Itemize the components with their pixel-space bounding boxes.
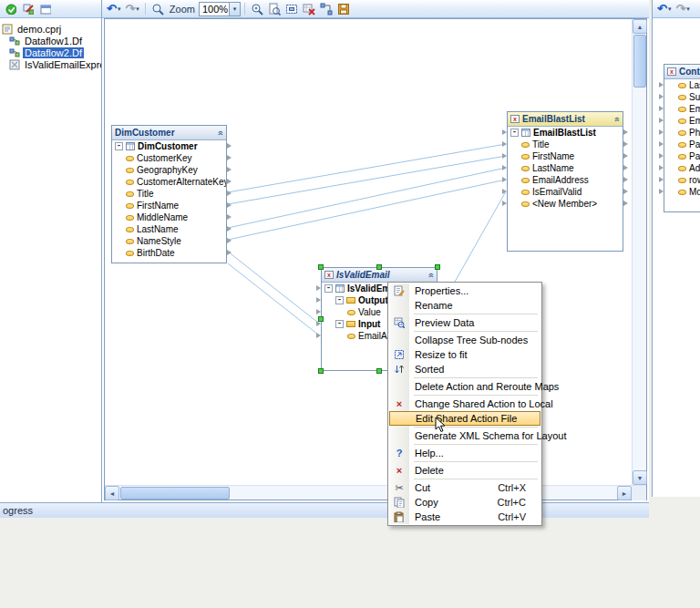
- menu-item-paste[interactable]: Paste Ctrl+V: [389, 510, 540, 524]
- connector-pin[interactable]: [227, 179, 232, 184]
- node-contact[interactable]: x Contact Last Suffi Ema Ema Pho Pass Pa…: [664, 64, 700, 212]
- field-row-new-member[interactable]: <New Member>: [508, 198, 623, 210]
- connector-pin[interactable]: [227, 250, 232, 255]
- field-row[interactable]: Pass: [664, 150, 700, 162]
- collapse-chevron-icon[interactable]: »: [612, 117, 622, 122]
- field-row[interactable]: Add: [664, 162, 700, 174]
- menu-item-delete[interactable]: × Delete: [389, 463, 540, 478]
- undo-button[interactable]: ↶▾: [655, 1, 673, 17]
- node-emailblastlist[interactable]: x EmailBlastList » -EmailBlastList Title…: [507, 111, 623, 252]
- menu-item-change-shared-to-local[interactable]: × Change Shared Action to Local: [389, 397, 540, 411]
- tree-item-project[interactable]: demo.cprj: [0, 23, 101, 35]
- field-row[interactable]: CustomerKey: [112, 152, 226, 164]
- connector-pin[interactable]: [623, 189, 628, 194]
- menu-item-copy[interactable]: Copy Ctrl+C: [389, 495, 540, 510]
- scroll-left-button[interactable]: ◄: [105, 486, 119, 500]
- field-row[interactable]: LastName: [508, 162, 623, 174]
- build-button[interactable]: [20, 1, 36, 17]
- connector-pin[interactable]: [316, 333, 321, 338]
- connector-pin[interactable]: [502, 165, 507, 170]
- menu-item-rename[interactable]: Rename: [389, 298, 540, 313]
- connector-pin[interactable]: [227, 226, 232, 232]
- connector-pin[interactable]: [623, 165, 628, 170]
- connector-pin[interactable]: [502, 201, 507, 206]
- selection-handle[interactable]: [376, 264, 382, 270]
- connector-pin[interactable]: [623, 141, 628, 147]
- selection-handle[interactable]: [318, 368, 324, 374]
- selection-handle[interactable]: [376, 368, 382, 374]
- field-row[interactable]: FirstName: [112, 200, 226, 211]
- connector-pin[interactable]: [623, 129, 628, 135]
- field-row[interactable]: Pho: [664, 127, 700, 139]
- menu-item-edit-shared-action-file[interactable]: Edit Shared Action File: [389, 411, 540, 426]
- connector-pin[interactable]: [659, 129, 664, 135]
- scrollbar-thumb[interactable]: [633, 35, 646, 88]
- schema-root-row[interactable]: -EmailBlastList: [508, 127, 623, 139]
- save-layout-button[interactable]: [335, 1, 352, 17]
- connector-pin[interactable]: [227, 202, 232, 208]
- field-row[interactable]: Mod: [664, 186, 700, 198]
- connector-pin[interactable]: [227, 191, 232, 196]
- field-row[interactable]: Suffi: [664, 91, 700, 103]
- field-row[interactable]: NameStyle: [112, 235, 226, 247]
- tree-item-dataflow2[interactable]: Dataflow2.Df: [0, 46, 101, 58]
- zoom-in-button[interactable]: [249, 1, 265, 17]
- collapse-chevron-icon[interactable]: »: [216, 130, 225, 136]
- field-row[interactable]: Title: [508, 139, 623, 150]
- field-row[interactable]: Pass: [664, 139, 700, 150]
- selection-handle[interactable]: [318, 264, 324, 270]
- fit-window-button[interactable]: [283, 1, 300, 17]
- redo-button[interactable]: ↷▾: [674, 1, 691, 17]
- field-row[interactable]: rowg: [664, 174, 700, 186]
- connector-pin[interactable]: [623, 153, 628, 159]
- menu-item-generate-xml-schema[interactable]: Generate XML Schema for Layout: [389, 428, 540, 443]
- field-row[interactable]: FirstName: [508, 150, 623, 162]
- tree-item-expression[interactable]: IsValidEmailExpression.sact: [0, 58, 101, 70]
- connector-pin[interactable]: [502, 189, 507, 194]
- connector-pin[interactable]: [227, 143, 232, 149]
- field-row[interactable]: Title: [112, 188, 226, 200]
- undo-button[interactable]: ↶▾: [105, 1, 122, 17]
- scroll-right-button[interactable]: ►: [617, 486, 632, 500]
- menu-item-collapse-tree[interactable]: Collapse Tree Sub-nodes: [389, 333, 540, 347]
- connector-pin[interactable]: [227, 167, 232, 172]
- delete-maps-button[interactable]: [301, 1, 317, 17]
- validate-button[interactable]: [3, 1, 19, 17]
- field-row[interactable]: EmailAddress: [508, 174, 623, 186]
- node-dimcustomer[interactable]: DimCustomer » -DimCustomer CustomerKey G…: [111, 125, 227, 263]
- horizontal-scrollbar[interactable]: ◄ ►: [105, 485, 646, 500]
- zoom-tool-button[interactable]: [149, 1, 166, 17]
- collapse-box-icon[interactable]: -: [335, 296, 344, 304]
- node-header[interactable]: x IsValidEmail »: [322, 268, 437, 283]
- connector-pin[interactable]: [659, 189, 664, 194]
- field-row[interactable]: Last: [664, 79, 700, 91]
- connector-pin[interactable]: [502, 153, 507, 159]
- project-tree[interactable]: demo.cprj Dataflow1.Df Dataflow2.Df IsVa…: [0, 20, 101, 502]
- chevron-down-icon[interactable]: ▾: [229, 3, 240, 15]
- node-header[interactable]: DimCustomer »: [112, 126, 226, 140]
- collapse-chevron-icon[interactable]: »: [427, 273, 436, 278]
- scrollbar-thumb[interactable]: [120, 487, 230, 500]
- window-button[interactable]: [37, 1, 54, 17]
- connector-pin[interactable]: [659, 94, 664, 99]
- design-canvas[interactable]: DimCustomer » -DimCustomer CustomerKey G…: [105, 19, 632, 485]
- field-row[interactable]: Ema: [664, 115, 700, 127]
- menu-item-properties[interactable]: Properties...: [389, 283, 540, 298]
- zoom-page-button[interactable]: [266, 1, 283, 17]
- connector-pin[interactable]: [659, 118, 664, 123]
- selection-handle[interactable]: [318, 316, 324, 322]
- connector-pin[interactable]: [659, 165, 664, 170]
- connector-pin[interactable]: [316, 285, 321, 291]
- connector-pin[interactable]: [502, 129, 507, 135]
- connector-pin[interactable]: [623, 201, 628, 206]
- menu-item-resize-to-fit[interactable]: Resize to fit: [389, 347, 540, 362]
- redo-button[interactable]: ↷▾: [123, 1, 140, 17]
- field-row[interactable]: BirthDate: [112, 247, 226, 259]
- node-header[interactable]: x EmailBlastList »: [508, 112, 623, 127]
- menu-item-cut[interactable]: ✂ Cut Ctrl+X: [389, 480, 540, 495]
- collapse-box-icon[interactable]: -: [335, 320, 344, 328]
- menu-item-sorted[interactable]: Sorted: [389, 362, 540, 376]
- connector-pin[interactable]: [316, 297, 321, 303]
- connector-pin[interactable]: [316, 309, 321, 314]
- field-row[interactable]: Ema: [664, 103, 700, 115]
